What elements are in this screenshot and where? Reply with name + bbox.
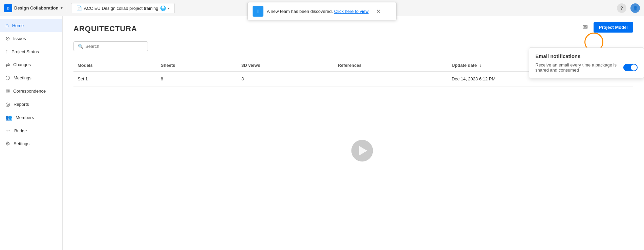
sidebar-item-project-status-label: Project Status [12,49,39,54]
brand-chevron: ▾ [61,6,63,10]
email-popup-row: Receive an email every time a package is… [535,62,638,73]
meetings-icon: ⬡ [5,75,10,81]
play-triangle-icon [359,146,367,155]
tab-chevron-icon: ▾ [168,6,170,10]
settings-icon: ⚙ [5,140,10,147]
sidebar-item-bridge[interactable]: ↔ Bridge [0,124,62,137]
page-title: ARQUITECTURA [73,24,633,33]
brand-button[interactable]: D Design Collaboration ▾ [4,4,67,12]
search-input[interactable] [85,44,144,49]
tab-globe-icon: 🌐 [160,5,166,11]
bridge-icon: ↔ [5,128,11,134]
cell-3d-views: 3 [237,72,334,86]
help-icon[interactable]: ? [617,3,626,13]
sidebar-item-changes[interactable]: ⇄ Changes [0,58,62,71]
topbar-right: ? 👤 [617,3,640,13]
home-icon: ⌂ [5,22,9,28]
brand-label: Design Collaboration [14,5,59,11]
play-button[interactable] [351,140,373,161]
sidebar-item-issues-label: Issues [13,36,26,41]
tab-doc-icon: 📄 [76,5,82,11]
changes-icon: ⇄ [5,61,10,68]
sidebar-item-changes-label: Changes [13,62,31,67]
notification-icon: i [253,6,263,17]
content-topbar: ✉ Project Model [580,22,633,33]
sidebar-item-members-label: Members [16,115,34,120]
sidebar-item-correspondence-label: Correspondence [13,89,46,94]
topbar: D Design Collaboration ▾ 📄 ACC EU Design… [0,0,644,16]
brand-icon: D [4,4,12,12]
sidebar: ⌂ Home ⊙ Issues ↑ Project Status ⇄ Chang… [0,16,63,250]
tab-label: ACC EU Design collab project training [84,6,158,11]
notification-banner: i A new team has been discovered. Click … [248,2,396,20]
search-icon: 🔍 [78,44,83,49]
sidebar-item-meetings-label: Meetings [14,75,31,80]
notification-message: A new team has been discovered. [267,9,333,14]
column-references: References [334,59,448,72]
main-layout: ⌂ Home ⊙ Issues ↑ Project Status ⇄ Chang… [0,16,644,250]
user-avatar[interactable]: 👤 [630,3,640,13]
notification-text: A new team has been discovered. Click he… [267,9,369,14]
sidebar-item-settings-label: Settings [14,141,29,146]
cell-sheets: 8 [157,72,237,86]
project-status-icon: ↑ [5,49,8,55]
sort-icon: ↓ [479,63,481,68]
project-model-button[interactable]: Project Model [594,22,633,33]
sidebar-item-meetings[interactable]: ⬡ Meetings [0,71,62,84]
notification-close[interactable]: ✕ [376,8,381,15]
email-notification-button[interactable]: ✉ [580,22,591,33]
sidebar-item-reports-label: Reports [14,102,29,107]
sidebar-item-correspondence[interactable]: ✉ Correspondence [0,84,62,98]
reports-icon: ◎ [5,101,10,108]
sidebar-item-home[interactable]: ⌂ Home [0,19,62,32]
correspondence-icon: ✉ [5,88,10,94]
notification-link[interactable]: Click here to view [334,9,369,14]
sidebar-item-members[interactable]: 👥 Members [0,111,62,124]
sidebar-item-bridge-label: Bridge [14,128,27,133]
column-models: Models [73,59,157,72]
sidebar-item-home-label: Home [12,23,24,28]
play-overlay [351,140,373,161]
project-tab[interactable]: 📄 ACC EU Design collab project training … [71,3,175,13]
content-area: ✉ Project Model Email notifications Rece… [63,16,644,250]
issues-icon: ⊙ [5,35,10,42]
column-3d-views: 3D views [237,59,334,72]
sidebar-item-project-status[interactable]: ↑ Project Status [0,45,62,58]
toggle-knob [631,64,637,71]
sidebar-item-settings[interactable]: ⚙ Settings [0,137,62,150]
search-bar: 🔍 [73,41,148,51]
email-popup-title: Email notifications [535,53,638,59]
email-notifications-popup: Email notifications Receive an email eve… [529,47,644,78]
email-notification-toggle[interactable] [623,64,638,71]
sidebar-item-issues[interactable]: ⊙ Issues [0,32,62,45]
members-icon: 👥 [5,114,12,121]
column-sheets: Sheets [157,59,237,72]
email-popup-description: Receive an email every time a package is… [535,62,619,73]
sidebar-item-reports[interactable]: ◎ Reports [0,98,62,111]
cell-model-name: Set 1 [73,72,157,86]
cell-references [334,72,448,86]
